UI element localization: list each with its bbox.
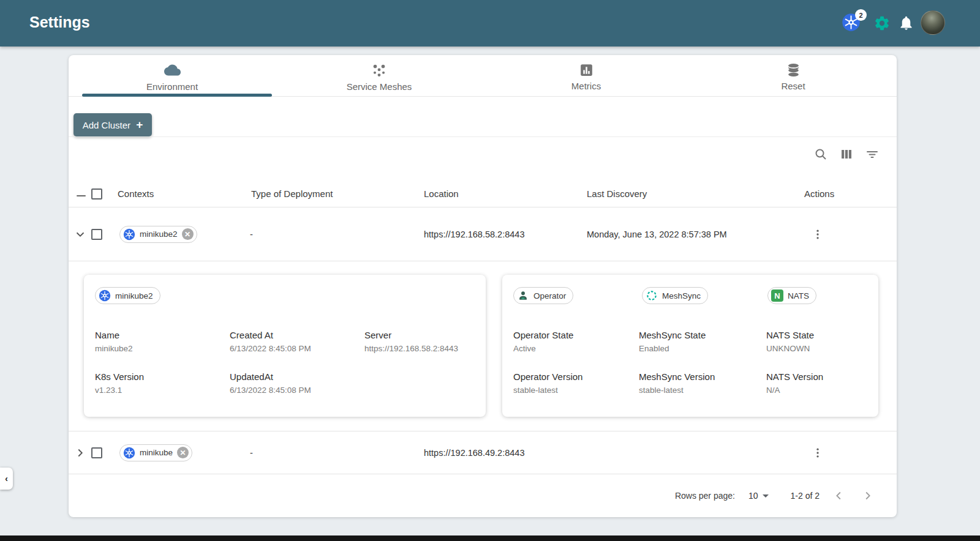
tab-environment-label: Environment: [146, 81, 198, 92]
last-discovery-cell: Monday, June 13, 2022 8:57:38 PM: [587, 229, 727, 239]
filter-icon[interactable]: [864, 146, 881, 163]
kubernetes-icon: [123, 447, 135, 459]
cloud-icon: [164, 62, 181, 78]
context-chip-minikube[interactable]: minikube ✕: [119, 444, 192, 461]
delete-context-icon[interactable]: ✕: [182, 228, 194, 240]
operator-chip-label: Operator: [533, 291, 566, 300]
type-of-deployment-cell: -: [250, 229, 253, 239]
field-meshsync-version: MeshSync Version stable-latest: [639, 371, 715, 395]
rows-per-page-value: 10: [748, 491, 758, 501]
context-chip-label: minikube: [140, 448, 173, 457]
chevron-down-icon: [763, 494, 769, 498]
settings-gear-icon[interactable]: [873, 15, 891, 32]
context-chip-label: minikube2: [140, 229, 178, 239]
field-operator-state: Operator State Active: [513, 330, 573, 353]
table-header-row: Contexts Type of Deployment Location Las…: [69, 181, 897, 207]
rows-per-page-select[interactable]: 10: [748, 491, 769, 501]
field-meshsync-state: MeshSync State Enabled: [639, 330, 706, 353]
location-cell: https://192.168.58.2:8443: [424, 229, 524, 239]
tab-service-meshes-label: Service Meshes: [347, 81, 412, 92]
collapse-row-chevron-icon[interactable]: [72, 226, 88, 242]
select-all-checkbox[interactable]: [91, 188, 102, 200]
column-header-last-discovery[interactable]: Last Discovery: [587, 188, 647, 199]
row-expanded-detail: minikube2 Name minikube2 Created At 6/13…: [69, 261, 897, 431]
settings-screen: Settings 2: [0, 0, 980, 541]
meshsync-chip[interactable]: MeshSync: [642, 287, 708, 304]
field-updated-at: UpdatedAt 6/13/2022 8:45:08 PM: [230, 371, 311, 395]
operator-detail-card: Operator MeshSync N NATS Operator State: [502, 275, 878, 417]
next-page-icon[interactable]: [859, 487, 876, 504]
kubernetes-context-button[interactable]: 2: [842, 13, 871, 34]
row-actions-kebab-icon[interactable]: [810, 226, 826, 242]
tab-service-meshes[interactable]: Service Meshes: [276, 55, 483, 96]
row-checkbox[interactable]: [91, 447, 102, 458]
bar-chart-icon: [579, 62, 594, 78]
user-avatar[interactable]: [921, 10, 945, 35]
field-nats-state: NATS State UNKNOWN: [766, 330, 814, 353]
tab-metrics-label: Metrics: [571, 81, 601, 91]
active-tab-indicator: [82, 94, 272, 97]
rows-per-page-label: Rows per page:: [675, 491, 735, 501]
tab-metrics[interactable]: Metrics: [483, 55, 690, 96]
field-created-at: Created At 6/13/2022 8:45:08 PM: [230, 330, 311, 353]
plus-icon: +: [136, 118, 143, 132]
column-header-actions: Actions: [804, 188, 834, 199]
field-server: Server https://192.168.58.2:8443: [364, 330, 458, 353]
app-bar: Settings 2: [0, 0, 980, 47]
bottom-strip: [0, 535, 980, 541]
nats-chip[interactable]: N NATS: [767, 287, 816, 304]
expand-row-chevron-icon[interactable]: [72, 445, 88, 461]
search-icon[interactable]: [812, 146, 829, 163]
view-columns-icon[interactable]: [838, 146, 855, 163]
tab-reset-label: Reset: [781, 81, 805, 91]
meshsync-dashed-circle-icon: [646, 289, 658, 302]
operator-chip[interactable]: Operator: [513, 287, 573, 304]
deselect-all-icon[interactable]: [77, 195, 86, 196]
column-header-type[interactable]: Type of Deployment: [251, 188, 333, 199]
divider: [69, 136, 897, 137]
add-cluster-label: Add Cluster: [83, 120, 130, 130]
sidebar-collapse-toggle[interactable]: ‹: [0, 468, 13, 490]
cluster-chip-minikube2[interactable]: minikube2: [95, 287, 160, 304]
settings-tabs: Environment Service Meshes: [69, 55, 897, 97]
table-pagination-footer: Rows per page: 10 1-2 of 2: [69, 474, 897, 517]
location-cell: https://192.168.49.2:8443: [424, 448, 524, 458]
kubernetes-icon: [99, 289, 111, 302]
notifications-bell-icon[interactable]: [898, 15, 914, 31]
meshsync-chip-label: MeshSync: [662, 291, 701, 300]
field-nats-version: NATS Version N/A: [766, 371, 823, 395]
add-cluster-button[interactable]: Add Cluster +: [74, 113, 152, 136]
settings-panel: Environment Service Meshes: [69, 55, 897, 517]
kubernetes-icon: [123, 228, 135, 241]
operator-person-icon: [517, 289, 529, 302]
previous-page-icon[interactable]: [831, 487, 848, 504]
tab-environment[interactable]: Environment: [69, 55, 276, 96]
database-icon: [786, 62, 801, 78]
context-chip-minikube2[interactable]: minikube2 ✕: [119, 226, 197, 243]
field-name: Name minikube2: [95, 330, 133, 353]
pagination-range: 1-2 of 2: [791, 491, 820, 501]
column-header-contexts[interactable]: Contexts: [118, 188, 154, 199]
cluster-chip-label: minikube2: [115, 291, 153, 300]
column-header-location[interactable]: Location: [424, 188, 459, 199]
cluster-detail-card: minikube2 Name minikube2 Created At 6/13…: [84, 275, 486, 417]
row-actions-kebab-icon[interactable]: [810, 445, 826, 461]
table-row: minikube2 ✕ - https://192.168.58.2:8443 …: [69, 207, 897, 261]
table-toolbar: [812, 146, 881, 163]
field-k8s-version: K8s Version v1.23.1: [95, 371, 144, 395]
page-title: Settings: [29, 13, 90, 31]
delete-context-icon[interactable]: ✕: [177, 447, 189, 458]
mesh-dots-icon: [371, 62, 387, 78]
field-operator-version: Operator Version stable-latest: [513, 371, 582, 395]
nats-logo-icon: N: [771, 289, 783, 302]
table-row: minikube ✕ - https://192.168.49.2:8443: [69, 431, 897, 474]
nats-chip-label: NATS: [788, 291, 809, 300]
row-checkbox[interactable]: [91, 229, 102, 240]
chevron-left-icon: ‹: [5, 474, 8, 483]
tab-reset[interactable]: Reset: [690, 55, 897, 96]
kubernetes-context-count-badge: 2: [855, 9, 867, 21]
type-of-deployment-cell: -: [250, 448, 253, 458]
